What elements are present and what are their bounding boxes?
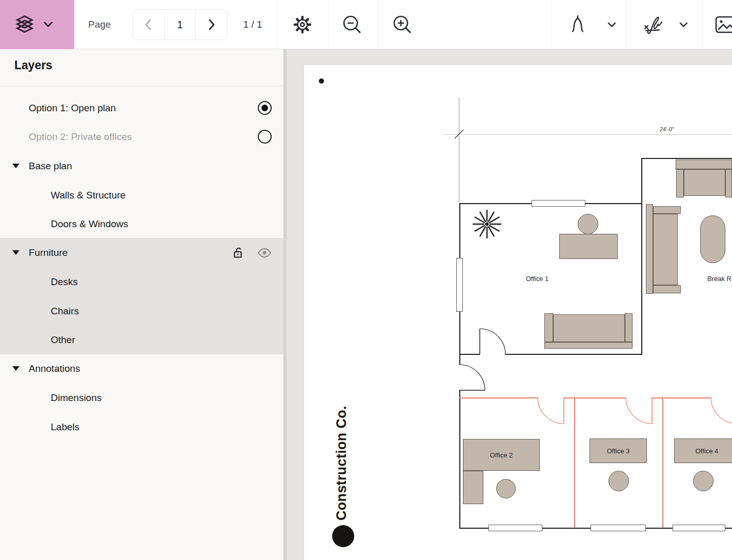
left-wall <box>459 390 460 529</box>
desk: Office 3 <box>589 438 647 463</box>
layer-chairs[interactable]: Chairs <box>0 296 283 326</box>
toolbar-divider <box>551 0 552 49</box>
page-marker-dot <box>319 78 324 84</box>
layer-label: Labels <box>51 412 79 442</box>
page-label: Page <box>88 0 111 49</box>
gear-icon <box>291 13 314 36</box>
couch-arm <box>653 206 681 214</box>
zoom-out-button[interactable] <box>338 0 366 49</box>
layer-option-private-offices[interactable]: Option 2: Private offices <box>0 122 283 151</box>
accent-wall <box>652 397 711 398</box>
layer-walls-structure[interactable]: Walls & Structure <box>0 181 283 210</box>
layer-other[interactable]: Other <box>0 325 283 354</box>
next-page-button[interactable] <box>195 10 227 39</box>
layer-label: Other <box>51 325 75 354</box>
zoom-out-icon <box>341 13 363 36</box>
window <box>489 525 542 531</box>
layer-doors-windows[interactable]: Doors & Windows <box>0 209 283 238</box>
break-room-label: Break Room <box>707 275 732 283</box>
prev-page-button[interactable] <box>133 10 164 39</box>
section-label: Base plan <box>29 151 72 181</box>
expander-triangle-icon[interactable] <box>12 164 19 168</box>
toolbar-divider <box>702 0 703 49</box>
signature-tool-button[interactable] <box>638 0 667 49</box>
office2-door <box>538 397 564 424</box>
signature-tool-chevron[interactable] <box>676 0 691 49</box>
panel-title: Layers <box>14 58 52 72</box>
desk <box>559 234 618 259</box>
chair <box>693 471 714 491</box>
office3-label: Office 3 <box>607 447 630 455</box>
couch-arm <box>653 285 681 293</box>
office1-door <box>480 329 505 354</box>
company-name: Construction Co. <box>334 387 354 521</box>
settings-button[interactable] <box>289 0 316 49</box>
couch-back <box>646 204 653 294</box>
unlock-icon[interactable] <box>232 246 245 259</box>
couch-seat <box>684 169 725 196</box>
toolbar-divider <box>328 0 329 49</box>
sofa-arm <box>625 313 633 342</box>
measure-tool-chevron[interactable] <box>604 0 619 49</box>
break-room-wall-top <box>641 158 732 159</box>
chair <box>608 471 629 491</box>
radio-selected-icon[interactable] <box>258 101 272 115</box>
chevron-left-icon <box>144 18 152 31</box>
sofa-arm <box>544 313 553 342</box>
window <box>456 258 463 312</box>
option-label: Option 2: Private offices <box>29 122 132 151</box>
layer-desks[interactable]: Desks <box>0 267 283 296</box>
office1-room-label: Office 1 <box>526 275 549 283</box>
layer-label: Chairs <box>51 296 79 326</box>
desk: Office 4 <box>674 438 732 463</box>
office2-label: Office 2 <box>490 451 513 459</box>
measure-tool-button[interactable] <box>564 0 592 49</box>
layer-label: Dimensions <box>51 383 101 412</box>
accent-wall <box>459 397 538 398</box>
dimension-line <box>443 134 732 135</box>
page-number-input[interactable]: 1 <box>164 10 196 39</box>
expander-triangle-icon[interactable] <box>12 250 19 255</box>
toolbar-divider <box>378 0 379 49</box>
office4-label: Office 4 <box>696 447 719 455</box>
company-logo-dot <box>332 525 354 547</box>
layer-dimensions[interactable]: Dimensions <box>0 383 283 412</box>
expander-triangle-icon[interactable] <box>12 366 19 371</box>
eye-icon[interactable] <box>257 246 272 259</box>
toolbar-divider <box>278 0 278 49</box>
option-label: Option 1: Open plan <box>29 93 116 123</box>
section-label: Furniture <box>29 238 68 267</box>
oval-table <box>700 215 725 263</box>
chair <box>496 479 516 498</box>
chevron-down-icon <box>679 22 688 28</box>
page-navigation: 1 <box>132 9 228 40</box>
layer-section-annotations[interactable]: Annotations <box>0 354 283 383</box>
toolbar: Page 1 1 / 1 <box>0 0 732 49</box>
radio-unselected-icon[interactable] <box>258 130 272 144</box>
couch-arm <box>676 169 684 197</box>
starburst-symbol <box>473 210 501 238</box>
chevron-down-icon <box>44 22 53 28</box>
couch-arm <box>725 169 732 197</box>
layer-label: Doors & Windows <box>51 209 128 238</box>
chair <box>578 214 598 234</box>
layer-section-base-plan[interactable]: Base plan <box>0 151 283 181</box>
office4-door <box>711 397 732 424</box>
layer-labels[interactable]: Labels <box>0 412 283 442</box>
dimension-label: 24'-0" <box>660 126 674 132</box>
page-indicator: 1 / 1 <box>233 0 272 49</box>
window <box>591 525 646 531</box>
panel-resizer[interactable] <box>283 49 287 560</box>
couch-back <box>676 159 732 169</box>
corridor-door <box>459 365 485 390</box>
zoom-in-button[interactable] <box>389 0 416 49</box>
layers-icon <box>13 13 36 36</box>
section-label: Annotations <box>29 354 80 383</box>
layer-option-open-plan[interactable]: Option 1: Open plan <box>0 93 283 123</box>
app-menu-button[interactable] <box>0 0 74 49</box>
office1-wall-bottom <box>505 354 642 355</box>
image-tool-button[interactable] <box>714 0 732 49</box>
sofa-back <box>544 342 633 349</box>
drawing-canvas[interactable]: 24'-0" <box>287 49 732 560</box>
layer-section-furniture[interactable]: Furniture <box>0 238 283 267</box>
